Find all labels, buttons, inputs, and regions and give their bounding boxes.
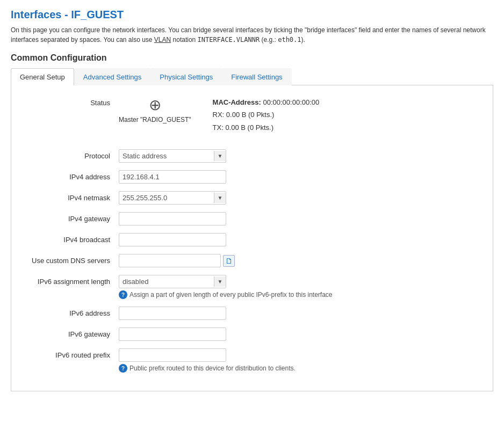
ipv4-broadcast-label: IPv4 broadcast [22, 233, 119, 244]
status-master: Master "RADIO_GUEST" [119, 116, 191, 123]
dns-wrap: 🗋 [119, 254, 334, 267]
ipv6-routed-prefix-row: IPv6 routed prefix ? Public prefix route… [22, 348, 482, 373]
custom-dns-control: 🗋 [119, 254, 334, 267]
status-row: Status ⊕ Master "RADIO_GUEST" MAC-Addres… [22, 96, 482, 134]
page-title: Interfaces - IF_GUEST [11, 9, 493, 21]
ipv6-gateway-control [119, 327, 334, 341]
ipv4-netmask-select-wrap: 255.255.255.0 255.255.0.0 255.0.0.0 ▼ [119, 191, 226, 205]
add-dns-button[interactable]: 🗋 [223, 255, 235, 267]
ipv4-netmask-arrow: ▼ [214, 193, 226, 203]
protocol-select-wrap: Static address DHCP client DHCPv6 client… [119, 149, 226, 163]
protocol-label: Protocol [22, 149, 119, 160]
tab-firewall-settings[interactable]: Firewall Settings [222, 68, 291, 85]
tx-value: TX: 0.00 B (0 Pkts.) [213, 121, 320, 134]
ipv4-netmask-row: IPv4 netmask 255.255.255.0 255.255.0.0 2… [22, 191, 482, 205]
mac-address: MAC-Address: 00:00:00:00:00:00 [213, 96, 320, 108]
ipv6-assignment-row: IPv6 assignment length disabled 48 56 60… [22, 275, 482, 299]
ipv4-netmask-select[interactable]: 255.255.255.0 255.255.0.0 255.0.0.0 [119, 192, 214, 204]
ipv4-broadcast-control [119, 233, 334, 246]
ipv6-routed-prefix-hint: ? Public prefix routed to this device fo… [119, 364, 334, 373]
add-dns-icon: 🗋 [225, 257, 233, 265]
ipv6-assignment-hint: ? Assign a part of given length of every… [119, 290, 334, 299]
protocol-control: Static address DHCP client DHCPv6 client… [119, 149, 334, 163]
ipv6-routed-hint-icon: ? [119, 364, 127, 373]
ipv6-gateway-row: IPv6 gateway [22, 327, 482, 341]
section-title: Common Configuration [11, 53, 493, 63]
ipv4-address-input[interactable] [119, 170, 226, 184]
ipv4-address-label: IPv4 address [22, 170, 119, 181]
protocol-select-arrow: ▼ [214, 151, 226, 161]
ipv4-broadcast-row: IPv4 broadcast [22, 233, 482, 246]
rx-value: RX: 0.00 B (0 Pkts.) [213, 108, 320, 121]
ipv4-netmask-label: IPv4 netmask [22, 191, 119, 202]
ipv6-routed-prefix-label: IPv6 routed prefix [22, 348, 119, 359]
status-info: MAC-Address: 00:00:00:00:00:00 RX: 0.00 … [213, 96, 320, 134]
tabs-container: General Setup Advanced Settings Physical… [11, 68, 493, 85]
custom-dns-label: Use custom DNS servers [22, 254, 119, 265]
ipv6-assignment-arrow: ▼ [214, 276, 226, 287]
ipv4-gateway-label: IPv4 gateway [22, 212, 119, 223]
ipv6-address-row: IPv6 address [22, 307, 482, 320]
status-section: ⊕ Master "RADIO_GUEST" MAC-Address: 00:0… [119, 96, 319, 134]
ipv6-address-input[interactable] [119, 307, 226, 320]
ipv4-gateway-control [119, 212, 334, 225]
status-label: Status [22, 96, 119, 107]
page-description: On this page you can configure the netwo… [11, 25, 493, 45]
ipv6-assignment-label: IPv6 assignment length [22, 275, 119, 286]
protocol-row: Protocol Static address DHCP client DHCP… [22, 149, 482, 163]
tab-physical-settings[interactable]: Physical Settings [150, 68, 222, 85]
ipv4-gateway-row: IPv4 gateway [22, 212, 482, 225]
status-icon-area: ⊕ Master "RADIO_GUEST" [119, 96, 191, 123]
ipv6-address-label: IPv6 address [22, 307, 119, 317]
tab-advanced-settings[interactable]: Advanced Settings [74, 68, 150, 85]
custom-dns-input[interactable] [119, 254, 221, 267]
ipv6-assignment-control: disabled 48 56 60 62 63 64 ▼ ? Assign a … [119, 275, 334, 299]
tab-general-setup[interactable]: General Setup [11, 68, 74, 85]
tab-content: Status ⊕ Master "RADIO_GUEST" MAC-Addres… [11, 85, 493, 391]
ipv6-gateway-label: IPv6 gateway [22, 327, 119, 338]
ipv6-address-control [119, 307, 334, 320]
ipv6-hint-icon: ? [119, 290, 127, 299]
ipv4-netmask-control: 255.255.255.0 255.255.0.0 255.0.0.0 ▼ [119, 191, 334, 205]
network-icon: ⊕ [149, 96, 161, 114]
ipv4-broadcast-input[interactable] [119, 233, 226, 246]
ipv6-routed-prefix-input[interactable] [119, 348, 226, 362]
ipv6-routed-prefix-control: ? Public prefix routed to this device fo… [119, 348, 334, 373]
custom-dns-row: Use custom DNS servers 🗋 [22, 254, 482, 267]
ipv6-assignment-select-wrap: disabled 48 56 60 62 63 64 ▼ [119, 275, 226, 288]
protocol-select[interactable]: Static address DHCP client DHCPv6 client… [119, 150, 214, 162]
ipv4-address-row: IPv4 address [22, 170, 482, 184]
ipv6-assignment-select[interactable]: disabled 48 56 60 62 63 64 [119, 275, 214, 288]
ipv6-gateway-input[interactable] [119, 327, 226, 341]
ipv4-gateway-input[interactable] [119, 212, 226, 225]
ipv4-address-control [119, 170, 334, 184]
